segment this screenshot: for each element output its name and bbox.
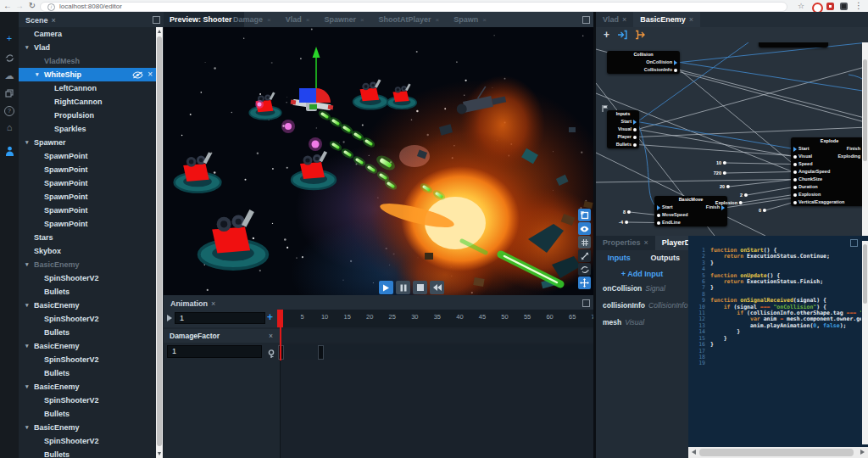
expand-arrow-icon[interactable]: ▾	[25, 258, 29, 271]
tree-item-spinshooterv2[interactable]: SpinShooterV2	[19, 271, 156, 285]
tree-item-skybox[interactable]: Skybox	[19, 244, 156, 258]
graph-constant[interactable]: 20	[720, 184, 730, 189]
close-icon[interactable]: ×	[267, 16, 271, 24]
scene-scrollbar[interactable]	[156, 27, 163, 458]
tree-item-basicenemy[interactable]: ▾BasicEnemy	[19, 421, 156, 434]
output-port[interactable]	[726, 185, 730, 188]
tree-item-propulsion[interactable]: Propulsion	[19, 109, 156, 122]
expand-arrow-icon[interactable]: ▾	[25, 299, 29, 312]
tab-preview-shooter[interactable]: Preview: Shooter	[164, 12, 244, 27]
move-tool-button[interactable]	[578, 276, 591, 289]
output-port[interactable]	[627, 210, 631, 214]
rewind-button[interactable]	[430, 281, 444, 294]
property-mesh[interactable]: meshVisual	[603, 318, 644, 327]
grid-tool-button[interactable]	[578, 236, 591, 249]
graph-constant[interactable]: 2	[740, 193, 748, 198]
scroll-left-icon[interactable]	[692, 450, 696, 455]
tab-animation[interactable]: Animation×	[170, 297, 215, 310]
panel-maximize-icon[interactable]	[582, 16, 590, 24]
tree-item-rightcannon[interactable]: RightCannon	[19, 95, 156, 109]
input-port[interactable]	[793, 147, 797, 152]
input-port[interactable]	[657, 214, 660, 217]
graph-constant[interactable]: 10	[716, 160, 726, 165]
add-node-icon[interactable]: +	[604, 28, 609, 42]
scrollbar-thumb[interactable]	[157, 36, 162, 446]
property-collisionInfo[interactable]: collisionInfoCollisionInfo	[603, 301, 687, 310]
keyframe-lane[interactable]	[280, 344, 593, 360]
constant-value[interactable]: 10	[716, 160, 721, 165]
expand-arrow-icon[interactable]: ▾	[25, 421, 29, 434]
add-input-button[interactable]: + Add Input	[596, 270, 688, 278]
panel-maximize-icon[interactable]	[153, 16, 160, 24]
tree-item-sparkles[interactable]: Sparkles	[19, 122, 156, 136]
output-port[interactable]	[633, 128, 637, 131]
graph-constant[interactable]: 0	[759, 208, 766, 213]
add-icon[interactable]: +	[0, 32, 19, 46]
close-icon[interactable]: ×	[211, 299, 215, 308]
close-icon[interactable]: ×	[482, 16, 487, 24]
close-icon[interactable]: ×	[147, 68, 153, 81]
page-info-icon[interactable]: i	[47, 3, 55, 11]
output-port[interactable]	[763, 209, 766, 212]
constant-value[interactable]: 20	[720, 184, 725, 189]
url-text[interactable]: localhost:8080/editor	[59, 3, 122, 11]
keyframe-frame-10[interactable]	[318, 345, 324, 360]
graph-constant[interactable]: 720	[714, 170, 726, 176]
sync-icon[interactable]	[0, 51, 19, 64]
graph-node-collision[interactable]: CollisionOnCollisionCollisionInfo	[607, 51, 680, 74]
input-port[interactable]	[793, 186, 797, 189]
expand-arrow-icon[interactable]: ▾	[25, 136, 29, 149]
playhead[interactable]	[277, 310, 283, 327]
export-icon[interactable]	[635, 30, 645, 40]
tree-item-spinshooterv2[interactable]: SpinShooterV2	[19, 434, 156, 448]
graph-canvas[interactable]: CollisionOnCollisionCollisionInfoInputsS…	[596, 42, 868, 236]
panel-maximize-icon[interactable]	[850, 239, 858, 247]
input-port[interactable]	[793, 201, 797, 204]
input-port[interactable]	[793, 155, 797, 159]
remove-track-icon[interactable]: ×	[269, 329, 273, 343]
help-icon[interactable]: ?	[0, 103, 19, 117]
tree-item-leftcannon[interactable]: LeftCannon	[19, 81, 156, 95]
close-icon[interactable]: ×	[622, 15, 626, 24]
tree-item-spinshooterv2[interactable]: SpinShooterV2	[19, 394, 156, 407]
close-icon[interactable]: ×	[689, 15, 693, 24]
tab-damage[interactable]: Damage×	[233, 12, 271, 27]
user-icon[interactable]	[0, 144, 19, 158]
tab-spawn[interactable]: Spawn×	[453, 12, 487, 27]
refresh-icon[interactable]: ↻	[26, 0, 38, 12]
output-port[interactable]	[625, 221, 628, 224]
visibility-icon[interactable]	[132, 71, 143, 79]
frame-tool-button[interactable]	[578, 209, 591, 221]
play-button[interactable]	[379, 281, 393, 294]
expand-arrow-icon[interactable]: ▾	[25, 339, 29, 353]
input-port[interactable]	[793, 163, 797, 166]
constant-value[interactable]: 2	[740, 193, 743, 198]
address-bar[interactable]: i localhost:8080/editor	[40, 2, 787, 12]
input-port[interactable]	[657, 205, 660, 210]
key-icon[interactable]	[267, 347, 275, 362]
constant-value[interactable]: 8	[623, 209, 626, 215]
output-port[interactable]	[744, 193, 748, 197]
constant-value[interactable]: -4	[619, 220, 623, 225]
tree-item-spinshooterv2[interactable]: SpinShooterV2	[19, 312, 156, 326]
track-header[interactable]: DamageFactor ×	[164, 329, 280, 343]
code-vscrollbar[interactable]	[862, 241, 868, 444]
tree-item-spawnpoint[interactable]: SpawnPoint	[19, 176, 156, 190]
tree-item-spawner[interactable]: ▾Spawner	[19, 136, 156, 149]
extension-dark-square-icon[interactable]	[840, 3, 848, 10]
back-arrow-icon[interactable]: ←	[2, 0, 14, 12]
scrollbar-down-icon[interactable]	[156, 450, 163, 458]
input-port[interactable]	[793, 178, 797, 182]
tab-properties[interactable]: Properties×	[596, 236, 655, 250]
close-icon[interactable]: ×	[306, 16, 310, 24]
tree-item-spinshooterv2[interactable]: SpinShooterV2	[19, 353, 156, 366]
tab-scene[interactable]: Scene×	[25, 14, 56, 27]
tab-shootatplayer[interactable]: ShootAtPlayer×	[379, 12, 440, 27]
panel-maximize-icon[interactable]	[582, 299, 590, 307]
constant-value[interactable]: Explosion	[715, 200, 737, 205]
tree-item-vlad[interactable]: ▾Vlad	[19, 41, 156, 54]
frame-input[interactable]: 1	[175, 312, 265, 324]
tree-item-whiteship[interactable]: ▾WhiteShip×	[19, 68, 156, 81]
import-icon[interactable]	[617, 30, 627, 40]
expand-arrow-icon[interactable]: ▾	[25, 41, 29, 54]
